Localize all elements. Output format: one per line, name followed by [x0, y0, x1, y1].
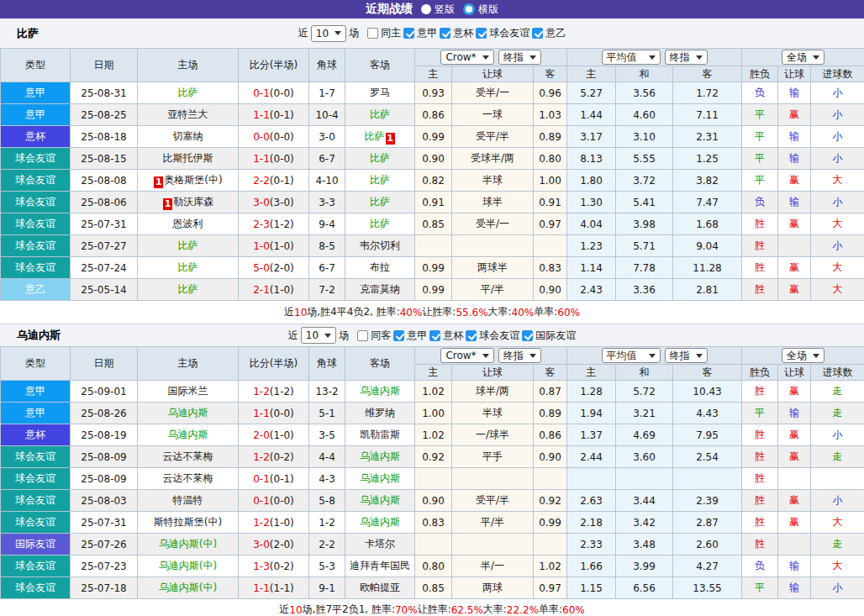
- col-header-home: 主场: [138, 49, 239, 82]
- result-outcome-cell: 胜: [742, 424, 778, 446]
- odds-company-select[interactable]: Crow*: [440, 50, 493, 65]
- same-home-checkbox[interactable]: [367, 28, 378, 39]
- league-type-cell: 球会友谊: [1, 490, 71, 512]
- recent-count-select[interactable]: 10: [301, 327, 336, 344]
- layout-horizontal-option[interactable]: 横版: [463, 3, 498, 17]
- odds-home-cell: 0.93: [415, 82, 452, 104]
- league-filter-label: 意甲: [407, 329, 427, 343]
- subcol-odds-away: 客: [534, 365, 567, 381]
- odds-stage-select[interactable]: 终指: [498, 50, 541, 65]
- league-type-cell: 球会友谊: [1, 192, 71, 213]
- result-handicap-cell: 赢: [778, 170, 811, 192]
- odds-away-cell: 0.90: [534, 446, 567, 468]
- team-name-text: 乌迪内斯: [168, 407, 208, 419]
- result-goals-cell: 小: [811, 192, 864, 213]
- result-outcome-cell: 平: [742, 577, 778, 599]
- league-type-cell: 球会友谊: [1, 213, 71, 235]
- away-team-cell: 比萨1: [345, 126, 415, 148]
- corner-cell: 5-3: [309, 555, 345, 577]
- col-header-corner: 角球: [309, 49, 345, 82]
- league-filter-checkbox-coppa[interactable]: [429, 330, 440, 341]
- team-section-pisa: 比萨 近 10 场 同主 意甲 意杯 球会友谊 意乙 类型: [0, 18, 864, 324]
- layout-vertical-option[interactable]: 竖版: [421, 3, 455, 17]
- radio-unselected-icon[interactable]: [421, 4, 431, 14]
- subcol-odds-handicap: 让球: [452, 66, 534, 82]
- average-stage-select[interactable]: 终指: [665, 348, 708, 363]
- average-select[interactable]: 平均值: [602, 348, 661, 363]
- summary-text: 大率:: [483, 603, 507, 616]
- match-row: 球会友谊25-08-03特温特0-1(0-0)5-8乌迪内斯0.90受平/半0.…: [1, 490, 864, 512]
- team-name-text: 特温特: [173, 494, 203, 506]
- result-outcome-cell: 胜: [742, 257, 778, 279]
- odds-home-cell: 0.90: [415, 148, 452, 170]
- result-outcome-cell: 胜: [742, 534, 778, 555]
- subcol-odds-away: 客: [534, 66, 567, 82]
- odds-away-cell: [534, 534, 567, 555]
- away-team-cell: 韦尔切利: [345, 235, 415, 257]
- avg-draw-cell: 5.55: [616, 148, 673, 170]
- corner-cell: 1-7: [309, 82, 345, 104]
- result-handicap-cell: 输: [778, 192, 811, 213]
- odds-company-select[interactable]: Crow*: [440, 348, 493, 363]
- result-outcome-cell: 胜: [742, 468, 778, 490]
- result-goals-cell: 小: [811, 235, 864, 257]
- recent-count-select[interactable]: 10: [311, 25, 346, 42]
- avg-draw-cell: 4.60: [616, 104, 673, 126]
- summary-text: 22.2%: [507, 604, 539, 616]
- average-stage-select[interactable]: 终指: [665, 50, 708, 65]
- avg-away-cell: 13.55: [673, 577, 742, 599]
- league-filter-label: 意甲: [417, 26, 437, 40]
- score-cell: 0-1(0-0): [239, 82, 309, 104]
- col-header-type: 类型: [1, 49, 71, 82]
- avg-home-cell: 1.30: [567, 192, 616, 213]
- odds-home-cell: 0.99: [415, 126, 452, 148]
- result-outcome-cell: 胜: [742, 279, 778, 301]
- summary-text: 10: [289, 604, 302, 616]
- odds-handicap-cell: 平/半: [452, 512, 534, 534]
- odds-stage-select[interactable]: 终指: [498, 348, 541, 363]
- avg-home-cell: 1.37: [567, 424, 616, 446]
- match-date-cell: 25-07-27: [71, 235, 138, 257]
- league-type-cell: 球会友谊: [1, 170, 71, 192]
- corner-cell: 9-4: [309, 213, 345, 235]
- avg-draw-cell: 7.78: [616, 257, 673, 279]
- league-filter-checkbox-club-friendly[interactable]: [476, 28, 487, 39]
- league-filter-checkbox-serie-b[interactable]: [532, 28, 543, 39]
- away-team-cell: 乌迪内斯: [345, 490, 415, 512]
- scope-select[interactable]: 全场: [782, 348, 824, 363]
- odds-away-cell: 1.02: [534, 555, 567, 577]
- near-label: 近: [298, 26, 308, 40]
- average-select[interactable]: 平均值: [602, 50, 661, 65]
- radio-selected-icon[interactable]: [463, 3, 475, 15]
- corner-cell: 7-2: [309, 279, 345, 301]
- match-date-cell: 25-07-31: [71, 512, 138, 534]
- league-filter-checkbox-club-friendly[interactable]: [466, 330, 477, 341]
- home-team-cell: 乌迪内斯(中): [138, 555, 239, 577]
- scope-select[interactable]: 全场: [782, 50, 824, 65]
- subcol-avg-draw: 和: [616, 365, 673, 381]
- team-name-text: 乌迪内斯: [360, 450, 400, 462]
- team-name-text: 维罗纳: [365, 407, 395, 419]
- away-team-cell: 欧帕提亚: [345, 577, 415, 599]
- league-filter-checkbox-intl-friendly[interactable]: [522, 330, 533, 341]
- avg-draw-cell: [616, 468, 673, 490]
- league-filter-checkbox-serie-a[interactable]: [403, 28, 414, 39]
- league-filter-checkbox-coppa[interactable]: [440, 28, 450, 39]
- corner-cell: 4-3: [309, 468, 345, 490]
- avg-draw-cell: 3.48: [616, 534, 673, 555]
- team-name-text: 乌迪内斯: [360, 472, 400, 484]
- away-team-cell: 比萨: [345, 148, 415, 170]
- average-group-header: 平均值 终指: [567, 347, 742, 365]
- team-name-text: 欧帕提亚: [360, 582, 400, 593]
- home-team-cell: 云达不莱梅: [138, 468, 239, 490]
- result-goals-cell: 小: [811, 148, 864, 170]
- home-team-cell: 比斯托伊斯: [138, 148, 239, 170]
- same-away-checkbox[interactable]: [357, 330, 368, 341]
- result-outcome-cell: 胜: [742, 446, 778, 468]
- league-filter-checkbox-serie-a[interactable]: [393, 330, 404, 341]
- odds-home-cell: 0.86: [415, 104, 452, 126]
- team-name-text: 比斯托伊斯: [163, 152, 213, 164]
- match-date-cell: 25-07-31: [71, 213, 138, 235]
- matches-table: 类型 日期 主场 比分(半场) 角球 客场 Crow* 终指 平均值 终指: [0, 48, 864, 301]
- team-name-text: 比萨: [178, 261, 198, 273]
